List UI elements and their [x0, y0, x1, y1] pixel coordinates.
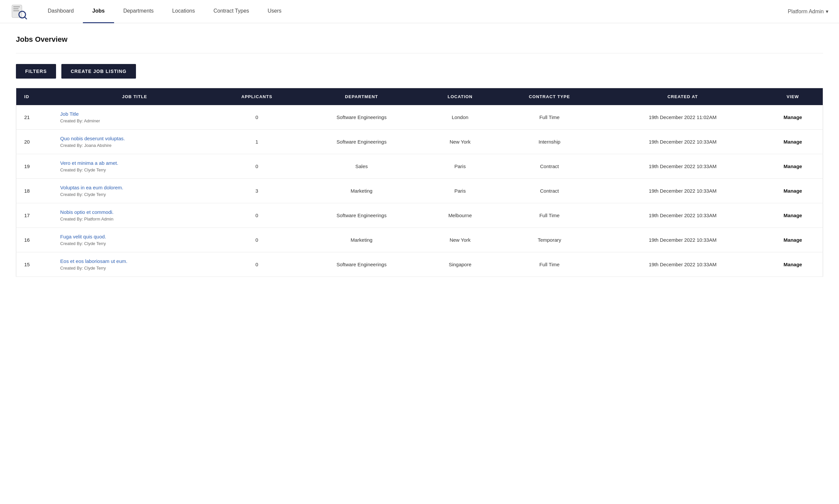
- job-title-link[interactable]: Nobis optio et commodi.: [60, 209, 209, 215]
- table-row: 20 Quo nobis deserunt voluptas. Created …: [16, 130, 823, 154]
- toolbar: FILTERS CREATE JOB LISTING: [16, 64, 823, 78]
- job-title-link[interactable]: Vero et minima a ab amet.: [60, 160, 209, 166]
- col-id: ID: [16, 88, 55, 105]
- job-title-link[interactable]: Fuga velit quis quod.: [60, 234, 209, 239]
- table-row: 15 Eos et eos laboriosam ut eum. Created…: [16, 252, 823, 277]
- nav-item-contract-types[interactable]: Contract Types: [204, 0, 258, 23]
- manage-button[interactable]: Manage: [784, 213, 802, 218]
- cell-id: 16: [16, 228, 55, 252]
- table-header: ID JOB TITLE APPLICANTS DEPARTMENT LOCAT…: [16, 88, 823, 105]
- nav-item-locations[interactable]: Locations: [163, 0, 204, 23]
- nav-item-jobs[interactable]: Jobs: [83, 0, 114, 23]
- cell-view: Manage: [763, 228, 823, 252]
- cell-created-at: 19th December 2022 10:33AM: [603, 154, 763, 179]
- cell-created-at: 19th December 2022 10:33AM: [603, 203, 763, 228]
- svg-line-5: [24, 17, 26, 19]
- cell-job-title: Eos et eos laboriosam ut eum. Created By…: [55, 252, 214, 277]
- col-created-at: CREATED AT: [603, 88, 763, 105]
- cell-department: Software Engineerings: [300, 105, 424, 130]
- job-title-link[interactable]: Job Title: [60, 111, 209, 117]
- cell-id: 18: [16, 179, 55, 203]
- job-title-link[interactable]: Voluptas in ea eum dolorem.: [60, 185, 209, 190]
- cell-job-title: Voluptas in ea eum dolorem. Created By: …: [55, 179, 214, 203]
- manage-button[interactable]: Manage: [784, 139, 802, 145]
- cell-created-at: 19th December 2022 10:33AM: [603, 130, 763, 154]
- cell-location: Paris: [424, 179, 497, 203]
- cell-location: London: [424, 105, 497, 130]
- cell-view: Manage: [763, 130, 823, 154]
- user-label: Platform Admin: [788, 8, 824, 15]
- cell-contract-type: Contract: [496, 179, 603, 203]
- svg-rect-2: [13, 8, 19, 9]
- cell-contract-type: Internship: [496, 130, 603, 154]
- col-location: LOCATION: [424, 88, 497, 105]
- job-created-by: Created By: Platform Admin: [60, 217, 113, 221]
- cell-id: 17: [16, 203, 55, 228]
- nav-item-dashboard[interactable]: Dashboard: [38, 0, 83, 23]
- cell-job-title: Job Title Created By: Adminer: [55, 105, 214, 130]
- cell-created-at: 19th December 2022 10:33AM: [603, 252, 763, 277]
- manage-button[interactable]: Manage: [784, 188, 802, 194]
- cell-applicants: 0: [214, 252, 300, 277]
- cell-id: 21: [16, 105, 55, 130]
- page-title: Jobs Overview: [16, 35, 823, 44]
- filters-button[interactable]: FILTERS: [16, 64, 56, 78]
- col-department: DEPARTMENT: [300, 88, 424, 105]
- table-row: 16 Fuga velit quis quod. Created By: Cly…: [16, 228, 823, 252]
- svg-rect-3: [13, 10, 19, 11]
- job-created-by: Created By: Clyde Terry: [60, 241, 106, 246]
- cell-view: Manage: [763, 252, 823, 277]
- cell-applicants: 1: [214, 130, 300, 154]
- cell-id: 20: [16, 130, 55, 154]
- cell-contract-type: Full Time: [496, 252, 603, 277]
- jobs-table: ID JOB TITLE APPLICANTS DEPARTMENT LOCAT…: [16, 88, 823, 277]
- cell-contract-type: Full Time: [496, 203, 603, 228]
- cell-location: Melbourne: [424, 203, 497, 228]
- chevron-down-icon: ▾: [826, 8, 828, 15]
- cell-location: New York: [424, 228, 497, 252]
- navbar: Dashboard Jobs Departments Locations Con…: [0, 0, 839, 23]
- user-menu[interactable]: Platform Admin ▾: [788, 8, 828, 15]
- nav-links: Dashboard Jobs Departments Locations Con…: [38, 0, 788, 23]
- cell-job-title: Quo nobis deserunt voluptas. Created By:…: [55, 130, 214, 154]
- job-created-by: Created By: Clyde Terry: [60, 167, 106, 173]
- cell-contract-type: Temporary: [496, 228, 603, 252]
- create-job-listing-button[interactable]: CREATE JOB LISTING: [61, 64, 136, 78]
- page-content: Jobs Overview FILTERS CREATE JOB LISTING…: [0, 23, 839, 289]
- cell-location: New York: [424, 130, 497, 154]
- col-view: VIEW: [763, 88, 823, 105]
- cell-id: 15: [16, 252, 55, 277]
- app-logo: [11, 3, 28, 20]
- cell-applicants: 0: [214, 154, 300, 179]
- cell-view: Manage: [763, 203, 823, 228]
- cell-department: Software Engineerings: [300, 203, 424, 228]
- manage-button[interactable]: Manage: [784, 237, 802, 243]
- manage-button[interactable]: Manage: [784, 262, 802, 267]
- nav-item-users[interactable]: Users: [258, 0, 291, 23]
- cell-applicants: 0: [214, 105, 300, 130]
- cell-view: Manage: [763, 154, 823, 179]
- table-body: 21 Job Title Created By: Adminer 0 Softw…: [16, 105, 823, 277]
- manage-button[interactable]: Manage: [784, 114, 802, 120]
- job-title-link[interactable]: Quo nobis deserunt voluptas.: [60, 136, 209, 141]
- cell-department: Software Engineerings: [300, 252, 424, 277]
- cell-view: Manage: [763, 105, 823, 130]
- cell-location: Paris: [424, 154, 497, 179]
- job-created-by: Created By: Joana Abshire: [60, 143, 112, 148]
- cell-created-at: 19th December 2022 11:02AM: [603, 105, 763, 130]
- table-row: 19 Vero et minima a ab amet. Created By:…: [16, 154, 823, 179]
- manage-button[interactable]: Manage: [784, 163, 802, 169]
- cell-department: Marketing: [300, 179, 424, 203]
- cell-department: Marketing: [300, 228, 424, 252]
- cell-created-at: 19th December 2022 10:33AM: [603, 228, 763, 252]
- col-applicants: APPLICANTS: [214, 88, 300, 105]
- job-created-by: Created By: Clyde Terry: [60, 192, 106, 197]
- job-title-link[interactable]: Eos et eos laboriosam ut eum.: [60, 258, 209, 264]
- cell-id: 19: [16, 154, 55, 179]
- cell-applicants: 0: [214, 203, 300, 228]
- cell-contract-type: Full Time: [496, 105, 603, 130]
- table-row: 17 Nobis optio et commodi. Created By: P…: [16, 203, 823, 228]
- cell-applicants: 0: [214, 228, 300, 252]
- nav-item-departments[interactable]: Departments: [114, 0, 163, 23]
- divider: [16, 53, 823, 53]
